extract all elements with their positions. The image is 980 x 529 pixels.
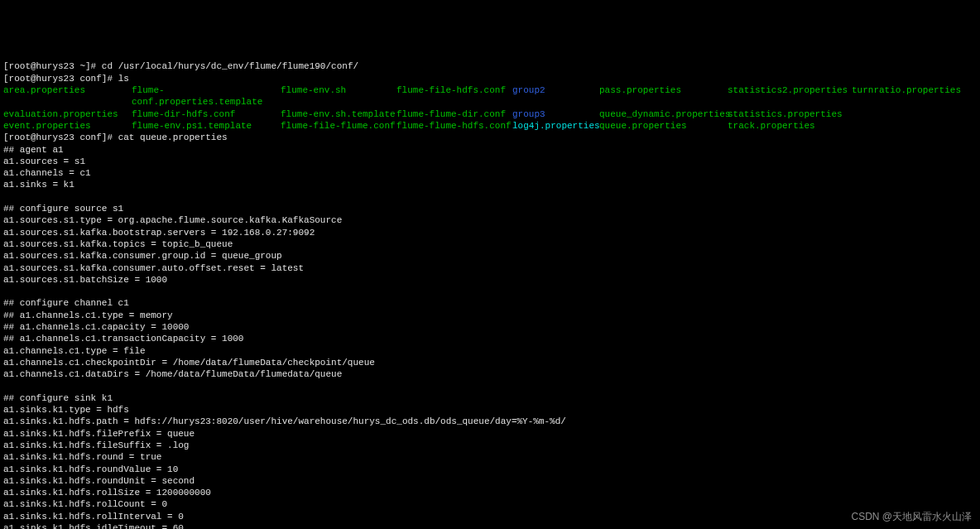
cat-line: a1.channels.c1.checkpointDir = /home/dat… — [3, 358, 375, 368]
file-item: flume-flume-hdfs.conf — [396, 120, 512, 132]
file-item: statistics2.properties — [728, 84, 852, 108]
file-item — [852, 120, 977, 132]
file-item: flume-flume-dir.conf — [396, 108, 512, 120]
cat-line: a1.channels = c1 — [3, 168, 91, 178]
terminal-output[interactable]: [root@hurys23 ~]# cd /usr/local/hurys/dc… — [3, 49, 977, 529]
file-item: log4j.properties — [512, 120, 599, 132]
cat-line: ## a1.channels.c1.capacity = 10000 — [3, 322, 189, 332]
cmd-ls: ls — [118, 74, 129, 84]
ls-output: area.propertiesflume-conf.properties.tem… — [3, 84, 977, 132]
cat-line: a1.sinks.k1.hdfs.roundValue = 10 — [3, 464, 178, 474]
file-item: area.properties — [3, 84, 132, 108]
cat-line: a1.sources.s1.kafka.consumer.auto.offset… — [3, 263, 304, 273]
cat-line: ## a1.channels.c1.type = memory — [3, 310, 173, 320]
prompt-line: [root@hurys23 ~]# cd /usr/local/hurys/dc… — [3, 61, 358, 71]
cat-line: ## configure sink k1 — [3, 393, 113, 403]
cat-line: a1.sources.s1.batchSize = 1000 — [3, 275, 167, 285]
file-item: queue.properties — [599, 120, 728, 132]
file-item: turnratio.properties — [852, 84, 977, 108]
cat-line: a1.sinks.k1.hdfs.path = hdfs://hurys23:8… — [3, 416, 566, 426]
cmd-cat: cat queue.properties — [118, 132, 228, 142]
cat-line: a1.sinks.k1.hdfs.roundUnit = second — [3, 476, 195, 486]
cat-line: a1.channels.c1.dataDirs = /home/data/flu… — [3, 369, 342, 379]
file-item: flume-env.sh — [281, 84, 396, 108]
cat-line: ## agent a1 — [3, 145, 64, 155]
watermark-text: CSDN @天地风雷水火山泽 — [851, 511, 972, 524]
file-item: flume-dir-hdfs.conf — [132, 108, 281, 120]
cat-line: a1.sinks = k1 — [3, 180, 74, 190]
cat-line: ## configure source s1 — [3, 204, 123, 214]
cat-line: ## a1.channels.c1.transactionCapacity = … — [3, 334, 243, 344]
dir-item: group2 — [512, 84, 599, 108]
prompt-line: [root@hurys23 conf]# cat queue.propertie… — [3, 132, 228, 142]
dir-item: group3 — [512, 108, 599, 120]
file-item: flume-env.ps1.template — [132, 120, 281, 132]
cat-line: a1.sources = s1 — [3, 156, 85, 166]
file-item: flume-env.sh.template — [281, 108, 396, 120]
cmd-cd: cd /usr/local/hurys/dc_env/flume/flume19… — [102, 61, 358, 71]
cat-line: a1.sources.s1.kafka.topics = topic_b_que… — [3, 239, 233, 249]
file-item: queue_dynamic.properties — [599, 108, 728, 120]
cat-line: a1.sinks.k1.hdfs.rollInterval = 0 — [3, 512, 184, 522]
cat-line: a1.sinks.k1.hdfs.idleTimeout = 60 — [3, 523, 184, 529]
file-item: flume-file-hdfs.conf — [396, 84, 512, 108]
file-item — [852, 108, 977, 120]
cat-line: a1.sinks.k1.type = hdfs — [3, 405, 129, 415]
cat-line: a1.sources.s1.kafka.consumer.group.id = … — [3, 251, 282, 261]
prompt-line: [root@hurys23 conf]# ls — [3, 74, 129, 84]
cat-line: a1.channels.c1.type = file — [3, 346, 146, 356]
cat-line: a1.sinks.k1.hdfs.round = true — [3, 452, 161, 462]
cat-line: a1.sinks.k1.hdfs.rollSize = 1200000000 — [3, 488, 211, 498]
cat-line: a1.sinks.k1.hdfs.fileSuffix = .log — [3, 440, 189, 450]
cat-line: a1.sources.s1.type = org.apache.flume.so… — [3, 215, 342, 225]
file-item: track.properties — [728, 120, 852, 132]
cat-line: a1.sinks.k1.hdfs.filePrefix = queue — [3, 429, 195, 439]
file-item: statistics.properties — [728, 108, 852, 120]
file-item: pass.properties — [599, 84, 728, 108]
file-item: flume-file-flume.conf — [281, 120, 396, 132]
file-item: flume-conf.properties.template — [132, 84, 281, 108]
cat-line: ## configure channel c1 — [3, 298, 129, 308]
file-item: event.properties — [3, 120, 132, 132]
cat-line: a1.sinks.k1.hdfs.rollCount = 0 — [3, 499, 167, 509]
cat-line: a1.sources.s1.kafka.bootstrap.servers = … — [3, 228, 315, 238]
file-item: evaluation.properties — [3, 108, 132, 120]
